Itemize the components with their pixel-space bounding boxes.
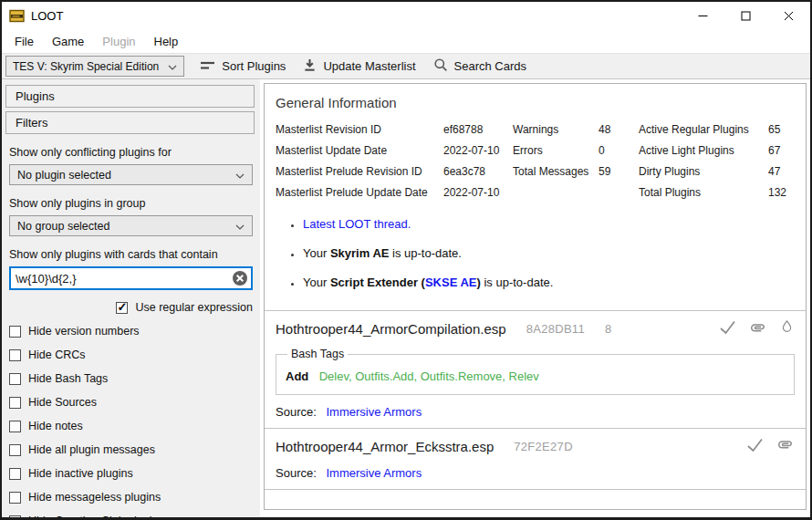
maximize-button[interactable] <box>724 2 767 29</box>
checkbox-label: Hide version numbers <box>28 325 140 338</box>
info-label: Dirty Plugins <box>639 165 768 178</box>
info-value: 59 <box>599 165 639 178</box>
source-label: Source: <box>276 405 317 419</box>
info-value: 2022-07-10 <box>443 186 513 199</box>
checkbox-hide-all-plugin-messages[interactable]: Hide all plugin messages <box>9 438 253 462</box>
window-controls <box>682 2 810 29</box>
checkbox-box <box>116 302 128 314</box>
checkbox-label: Hide notes <box>28 420 83 432</box>
info-label: Masterlist Revision ID <box>276 123 443 136</box>
title-bar: LOOT <box>2 2 810 29</box>
menu-game[interactable]: Game <box>43 31 93 52</box>
checkbox-hide-creation-club-plugins[interactable]: Hide Creation Club plugins <box>9 509 253 517</box>
source-link[interactable]: Immersive Armors <box>326 405 422 419</box>
loot-thread-link[interactable]: Latest LOOT thread. <box>303 217 411 231</box>
info-label: Active Regular Plugins <box>639 123 768 136</box>
message-bold-text: Skyrim AE <box>330 246 390 260</box>
checkbox-hide-inactive-plugins[interactable]: Hide inactive plugins <box>9 462 253 485</box>
checkbox-label: Hide Sources <box>28 396 97 409</box>
plugin-status-icons <box>746 436 795 456</box>
checkbox-label: Hide CRCs <box>28 348 86 361</box>
bash-tags-legend: Bash Tags <box>287 348 348 360</box>
conflicting-plugin-select-value: No plugin selected <box>17 169 111 182</box>
info-label: Masterlist Prelude Revision ID <box>276 165 443 178</box>
plugin-source-row: Source: Immersive Armors <box>276 405 795 419</box>
conflicts-filter-label: Show only conflicting plugins for <box>9 146 253 159</box>
general-messages-list: Latest LOOT thread. Your Skyrim AE is up… <box>276 217 795 289</box>
plugin-card-header: Hothtrooper44_Armor_Ecksstra.esp 72F2E27… <box>276 436 795 456</box>
update-masterlist-button[interactable]: Update Masterlist <box>301 58 417 75</box>
sort-plugins-button[interactable]: Sort Plugins <box>198 59 287 74</box>
info-label: Masterlist Update Date <box>276 144 443 157</box>
info-label: Masterlist Prelude Update Date <box>276 186 443 199</box>
checkbox-label: Hide Creation Club plugins <box>28 515 164 517</box>
chevron-down-icon <box>235 220 245 233</box>
checkbox-box <box>9 444 21 456</box>
checkbox-hide-crcs[interactable]: Hide CRCs <box>9 343 253 367</box>
info-value: 65 <box>768 123 795 136</box>
checkbox-box <box>9 373 21 385</box>
game-selector-dropdown[interactable]: TES V: Skyrim Special Edition <box>5 56 184 77</box>
menu-help[interactable]: Help <box>145 31 188 52</box>
checkbox-hide-version-numbers[interactable]: Hide version numbers <box>9 319 253 343</box>
plugin-crc: 8A28DB11 <box>526 322 585 336</box>
search-cards-button[interactable]: Search Cards <box>432 57 528 75</box>
checkbox-hide-bash-tags[interactable]: Hide Bash Tags <box>9 367 253 390</box>
message-item: Latest LOOT thread. <box>303 217 795 231</box>
info-label: Warnings <box>513 123 599 136</box>
minimize-button[interactable] <box>682 2 724 29</box>
search-cards-label: Search Cards <box>454 59 526 73</box>
conflicting-plugin-select[interactable]: No plugin selected <box>9 164 253 185</box>
checkbox-hide-messageless-plugins[interactable]: Hide messageless plugins <box>9 485 253 509</box>
empty-card-space <box>265 490 806 509</box>
card-content-filter-label: Show only plugins with cards that contai… <box>9 248 253 261</box>
checkbox-box <box>9 515 21 518</box>
general-information-grid: Masterlist Revision ID ef68788 Warnings … <box>276 123 795 199</box>
plugin-card: Hothtrooper44_ArmorCompilation.esp 8A28D… <box>265 311 806 428</box>
checkbox-box <box>9 326 21 338</box>
menu-plugin: Plugin <box>93 31 144 52</box>
skse-link[interactable]: SKSE AE <box>425 276 477 289</box>
content-area: General Information Masterlist Revision … <box>260 79 810 517</box>
info-value: 6ea3c78 <box>443 165 513 178</box>
info-label <box>513 186 599 199</box>
card-content-filter <box>9 266 253 290</box>
sidebar-section-plugins[interactable]: Plugins <box>5 85 255 108</box>
card-content-filter-input[interactable] <box>9 266 253 290</box>
info-value: 47 <box>768 165 795 178</box>
close-button[interactable] <box>767 2 810 29</box>
main-body: Plugins Filters Show only conflicting pl… <box>2 79 810 517</box>
plugin-name: Hothtrooper44_Armor_Ecksstra.esp <box>276 439 494 454</box>
update-masterlist-label: Update Masterlist <box>323 59 415 73</box>
info-value: 0 <box>599 144 639 157</box>
sidebar-section-filters[interactable]: Filters <box>5 111 255 134</box>
message-text: is up-to-date. <box>481 276 554 289</box>
active-plugin-check-icon <box>719 319 736 338</box>
message-text: is up-to-date. <box>389 246 462 260</box>
checkbox-box <box>9 468 21 480</box>
checkbox-box <box>9 492 21 504</box>
info-label: Total Messages <box>513 165 599 178</box>
checkbox-box <box>9 421 21 432</box>
message-item: Your Script Extender (SKSE AE) is up-to-… <box>303 276 795 289</box>
active-plugin-check-icon <box>746 437 764 456</box>
search-icon <box>433 57 448 75</box>
sidebar: Plugins Filters Show only conflicting pl… <box>2 79 260 517</box>
checkbox-hide-sources[interactable]: Hide Sources <box>9 390 253 414</box>
cards-panel: General Information Masterlist Revision … <box>264 83 807 510</box>
checkbox-use-regular-expression[interactable]: Use regular expression <box>9 297 253 317</box>
checkbox-label: Hide all plugin messages <box>28 443 155 456</box>
game-selector-value: TES V: Skyrim Special Edition <box>13 60 159 73</box>
clear-filter-button[interactable] <box>232 270 248 286</box>
info-label: Active Light Plugins <box>639 144 768 157</box>
info-value: 48 <box>599 123 639 136</box>
plugin-status-icons <box>719 318 795 339</box>
checkbox-hide-notes[interactable]: Hide notes <box>9 414 253 438</box>
menu-file[interactable]: File <box>5 31 43 52</box>
loads-archive-paperclip-icon <box>776 436 795 456</box>
checkbox-label: Hide inactive plugins <box>28 467 133 480</box>
source-link[interactable]: Immersive Armors <box>326 466 422 480</box>
plugin-name: Hothtrooper44_ArmorCompilation.esp <box>276 321 506 337</box>
message-text: Your <box>303 246 330 260</box>
group-select[interactable]: No group selected <box>9 215 253 236</box>
